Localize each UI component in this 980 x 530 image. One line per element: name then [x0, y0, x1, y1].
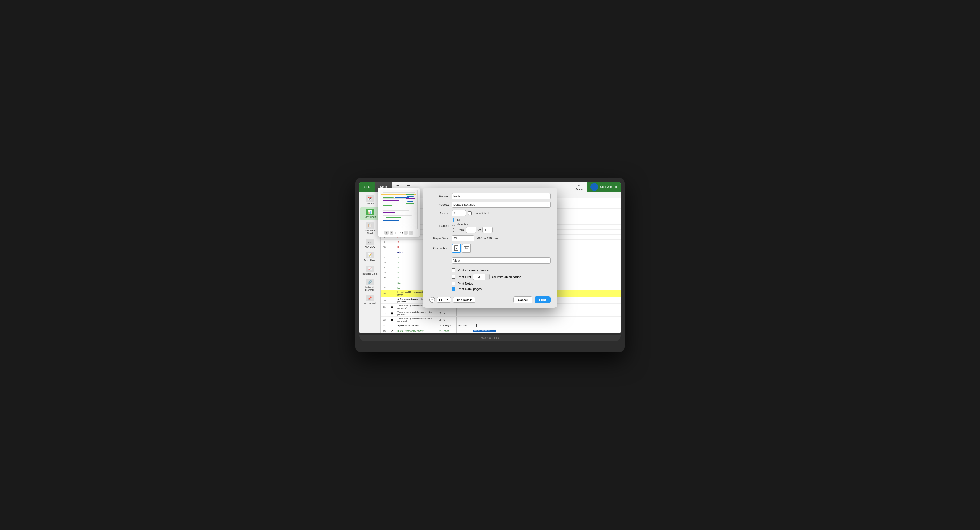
pages-label: Pages: [430, 224, 452, 228]
presets-control: Default Settings ⌄ [452, 202, 550, 208]
dialog-container: ⟪ ‹ 1 of 45 › ⟫ Printer: Fujitsu [423, 188, 557, 308]
paper-size-select[interactable]: A3 ⌄ [452, 235, 474, 242]
paper-size-label: Paper Size: [430, 237, 452, 240]
orientation-row: Orientation: [430, 244, 550, 253]
footer-left: ? PDF ▼ Hide Details [430, 297, 476, 302]
pdf-dropdown-arrow: ▼ [446, 298, 449, 301]
orientation-label: Orientation: [430, 247, 452, 250]
pages-radio-group: All Selection From: [452, 218, 493, 233]
stepper-buttons: ▲ ▼ [485, 274, 490, 280]
print-first-input[interactable] [473, 274, 485, 280]
preview-first-btn[interactable]: ⟪ [385, 231, 389, 235]
printer-row: Printer: Fujitsu ⌄ [430, 193, 550, 199]
orientation-landscape[interactable] [462, 244, 471, 253]
preview-navigation: ⟪ ‹ 1 of 45 › ⟫ [380, 231, 418, 235]
orientation-portrait[interactable] [452, 244, 461, 253]
presets-select[interactable]: Default Settings ⌄ [452, 202, 550, 208]
print-blank-label: Print blank pages [458, 287, 482, 291]
printer-label: Printer: [430, 194, 452, 198]
columns-label: columns on all pages [492, 275, 521, 279]
footer-right: Cancel Print [513, 296, 550, 303]
copies-control: 1 Two-Sided [452, 210, 550, 216]
view-arrow: ⌄ [546, 259, 549, 263]
paper-size-dims: 297 by 420 mm [477, 237, 498, 240]
svg-point-2 [456, 248, 457, 249]
print-all-cols-checkbox[interactable] [452, 268, 455, 272]
stepper-down[interactable]: ▼ [485, 277, 490, 280]
preview-last-btn[interactable]: ⟫ [409, 231, 413, 235]
print-blank-row: Print blank pages [430, 287, 550, 291]
svg-point-5 [466, 248, 468, 249]
print-first-label: Print First [458, 275, 471, 279]
pages-to-input[interactable]: 1 [482, 227, 493, 233]
pages-row: Pages: All Selection [430, 218, 550, 233]
view-select[interactable]: View ⌄ [452, 258, 550, 264]
pages-all-option[interactable]: All [452, 218, 493, 222]
print-all-cols-label: Print all sheet columns [458, 269, 489, 272]
paper-size-row: Paper Size: A3 ⌄ 297 by 420 mm [430, 235, 550, 242]
cancel-button[interactable]: Cancel [513, 296, 532, 303]
printer-control: Fujitsu ⌄ [452, 193, 550, 199]
copies-label: Copies: [430, 212, 452, 215]
pages-selection-radio[interactable] [452, 223, 455, 226]
print-preview-image [380, 190, 418, 229]
pages-from-radio[interactable] [452, 228, 455, 232]
print-button[interactable]: Print [535, 296, 550, 303]
presets-label: Presets: [430, 203, 452, 206]
stepper-up[interactable]: ▲ [485, 274, 490, 277]
print-all-cols-row: Print all sheet columns [430, 268, 550, 272]
pages-control: All Selection From: [452, 218, 550, 233]
paper-size-arrow: ⌄ [470, 236, 473, 240]
pages-from-option[interactable]: From: 1 to: 1 [452, 227, 493, 233]
paper-size-control: A3 ⌄ 297 by 420 mm [452, 235, 550, 242]
view-row: View ⌄ [430, 258, 550, 264]
two-sided-checkbox[interactable] [468, 212, 472, 215]
preview-prev-btn[interactable]: ‹ [390, 231, 393, 235]
print-notes-checkbox[interactable] [452, 282, 455, 285]
print-notes-row: Print Notes [430, 282, 550, 285]
printer-select[interactable]: Fujitsu ⌄ [452, 193, 550, 199]
copies-row: Copies: 1 Two-Sided [430, 210, 550, 216]
print-preview-panel: ⟪ ‹ 1 of 45 › ⟫ [378, 188, 420, 237]
page-indicator: 1 of 45 [395, 231, 403, 234]
printer-select-arrow: ⌄ [546, 194, 549, 198]
pages-all-radio[interactable] [452, 218, 455, 222]
preview-next-btn[interactable]: › [404, 231, 408, 235]
presets-arrow: ⌄ [546, 203, 549, 207]
dialog-overlay: ⟪ ‹ 1 of 45 › ⟫ Printer: Fujitsu [359, 182, 621, 334]
view-control: View ⌄ [452, 258, 550, 264]
print-first-checkbox[interactable] [452, 275, 455, 279]
print-first-stepper[interactable]: ▲ ▼ [473, 274, 490, 280]
copies-input[interactable]: 1 [452, 210, 466, 216]
print-blank-checkbox[interactable] [452, 287, 455, 291]
pages-selection-option[interactable]: Selection [452, 223, 493, 226]
pdf-button[interactable]: PDF ▼ [437, 297, 451, 302]
dialog-footer: ? PDF ▼ Hide Details Cancel Print [430, 296, 550, 303]
print-dialog: Printer: Fujitsu ⌄ Presets: [423, 188, 557, 308]
hide-details-button[interactable]: Hide Details [453, 297, 476, 302]
laptop-model: MacBook Pro [481, 337, 499, 339]
orientation-buttons [452, 244, 471, 253]
print-first-row: Print First ▲ ▼ columns on all pages [430, 274, 550, 280]
orientation-control [452, 244, 550, 253]
print-notes-label: Print Notes [458, 282, 473, 285]
pages-from-input[interactable]: 1 [466, 227, 476, 233]
presets-row: Presets: Default Settings ⌄ [430, 202, 550, 208]
help-button[interactable]: ? [430, 297, 435, 302]
two-sided-label: Two-Sided [474, 212, 488, 215]
